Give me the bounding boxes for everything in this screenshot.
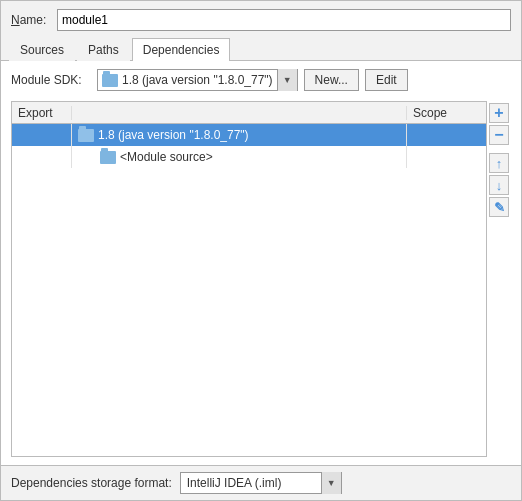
row2-name-text: <Module source>	[120, 150, 213, 164]
remove-dependency-button[interactable]: −	[489, 125, 509, 145]
row2-export	[12, 146, 72, 168]
move-up-button[interactable]	[489, 153, 509, 173]
edit-dependency-button[interactable]	[489, 197, 509, 217]
dependencies-table: Export Scope 1.8 (java version "1.8.0_77…	[11, 101, 487, 457]
table-row[interactable]: 1.8 (java version "1.8.0_77")	[12, 124, 486, 146]
chevron-down-icon: ▼	[283, 75, 292, 85]
col-scope-header: Scope	[406, 106, 486, 120]
row1-scope	[406, 124, 486, 146]
plus-icon: +	[494, 105, 503, 121]
name-row: Name:	[1, 1, 521, 37]
tab-paths[interactable]: Paths	[77, 38, 130, 61]
chevron-down-icon: ▼	[327, 478, 336, 488]
storage-format-dropdown[interactable]: IntelliJ IDEA (.iml) ▼	[180, 472, 342, 494]
row2-name: <Module source>	[72, 150, 406, 164]
sdk-label: Module SDK:	[11, 73, 91, 87]
tabs-row: Sources Paths Dependencies	[1, 37, 521, 61]
table-row[interactable]: <Module source>	[12, 146, 486, 168]
row2-folder-icon	[100, 151, 116, 164]
tab-sources[interactable]: Sources	[9, 38, 75, 61]
row2-scope	[406, 146, 486, 168]
minus-icon: −	[494, 127, 503, 143]
row1-export	[12, 124, 72, 146]
table-body: 1.8 (java version "1.8.0_77") <Module so…	[12, 124, 486, 456]
sdk-dropdown-main: 1.8 (java version "1.8.0_77")	[98, 73, 277, 87]
edit-button[interactable]: Edit	[365, 69, 408, 91]
col-export-header: Export	[12, 106, 72, 120]
bottom-label: Dependencies storage format:	[11, 476, 172, 490]
content-area: Module SDK: 1.8 (java version "1.8.0_77"…	[1, 61, 521, 465]
edit-pen-icon	[494, 201, 505, 214]
row1-name-text: 1.8 (java version "1.8.0_77")	[98, 128, 249, 142]
arrow-up-icon	[496, 157, 503, 170]
arrow-down-icon	[496, 179, 503, 192]
move-down-button[interactable]	[489, 175, 509, 195]
name-label: Name:	[11, 13, 51, 27]
table-wrapper: Export Scope 1.8 (java version "1.8.0_77…	[11, 101, 487, 457]
storage-format-value: IntelliJ IDEA (.iml)	[181, 476, 321, 490]
main-panel: Name: Sources Paths Dependencies Module …	[0, 0, 522, 501]
tab-dependencies[interactable]: Dependencies	[132, 38, 231, 61]
sdk-row: Module SDK: 1.8 (java version "1.8.0_77"…	[11, 69, 511, 91]
storage-format-arrow-button[interactable]: ▼	[321, 472, 341, 494]
sdk-arrow-button[interactable]: ▼	[277, 69, 297, 91]
row1-folder-icon	[78, 129, 94, 142]
sdk-folder-icon	[102, 74, 118, 87]
bottom-bar: Dependencies storage format: IntelliJ ID…	[1, 465, 521, 500]
name-input[interactable]	[57, 9, 511, 31]
add-dependency-button[interactable]: +	[489, 103, 509, 123]
new-button[interactable]: New...	[304, 69, 359, 91]
table-header: Export Scope	[12, 102, 486, 124]
table-section-container: Export Scope 1.8 (java version "1.8.0_77…	[11, 101, 511, 457]
row1-name: 1.8 (java version "1.8.0_77")	[72, 128, 406, 142]
sdk-dropdown[interactable]: 1.8 (java version "1.8.0_77") ▼	[97, 69, 298, 91]
sdk-value: 1.8 (java version "1.8.0_77")	[122, 73, 273, 87]
side-button-panel: + −	[487, 101, 511, 457]
